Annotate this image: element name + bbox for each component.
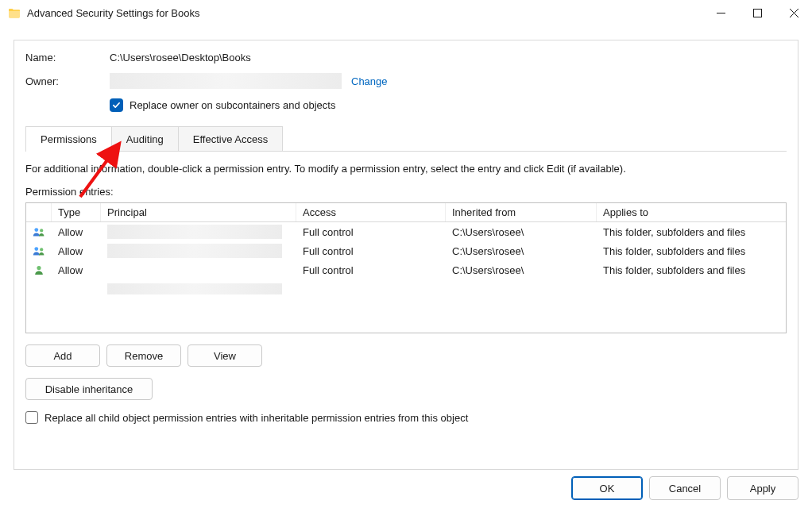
col-type[interactable]: Type: [52, 203, 101, 221]
svg-point-4: [34, 247, 38, 251]
tab-auditing-label: Auditing: [126, 133, 164, 145]
owner-row: Owner: Change: [25, 73, 787, 89]
tab-strip: Permissions Auditing Effective Access: [25, 126, 787, 152]
cell-type: Allow: [52, 222, 101, 241]
principal-icon: [26, 260, 52, 279]
folder-icon: [8, 7, 21, 20]
svg-rect-1: [753, 10, 761, 17]
add-button[interactable]: Add: [25, 344, 100, 367]
tab-permissions-label: Permissions: [41, 133, 97, 145]
permission-table[interactable]: Type Principal Access Inherited from App…: [25, 202, 787, 333]
principal-icon: [26, 222, 52, 241]
change-owner-link[interactable]: Change: [351, 75, 388, 87]
disable-inheritance-button[interactable]: Disable inheritance: [25, 378, 153, 400]
remove-button: Remove: [106, 344, 181, 367]
content-panel: Name: C:\Users\rosee\Desktop\Books Owner…: [14, 40, 798, 470]
dialog-footer: OK Cancel Apply: [571, 476, 798, 500]
cell-access: Full control: [296, 222, 446, 241]
cancel-button[interactable]: Cancel: [649, 476, 721, 500]
svg-point-3: [40, 229, 43, 232]
cell-type: Allow: [52, 260, 101, 279]
cell-access: Full control: [296, 260, 446, 279]
view-button: View: [188, 344, 262, 367]
table-row-spacer: [26, 279, 786, 298]
permission-entries-label: Permission entries:: [25, 186, 787, 198]
table-row[interactable]: AllowFull controlC:\Users\rosee\This fol…: [26, 260, 786, 279]
table-header: Type Principal Access Inherited from App…: [26, 203, 786, 222]
cell-inherited: C:\Users\rosee\: [446, 222, 597, 241]
close-button[interactable]: [775, 0, 812, 26]
cell-principal: [101, 260, 296, 279]
name-row: Name: C:\Users\rosee\Desktop\Books: [25, 52, 787, 64]
svg-rect-0: [717, 13, 725, 13]
owner-label: Owner:: [25, 75, 110, 87]
tab-effective-access[interactable]: Effective Access: [179, 126, 283, 151]
replace-owner-row[interactable]: Replace owner on subcontainers and objec…: [110, 98, 787, 112]
maximize-button[interactable]: [739, 0, 775, 26]
cell-applies: This folder, subfolders and files: [597, 241, 786, 260]
window-title: Advanced Security Settings for Books: [27, 7, 200, 19]
replace-child-label: Replace all child object permission entr…: [44, 412, 468, 424]
col-inherited[interactable]: Inherited from: [446, 203, 597, 221]
cell-inherited: C:\Users\rosee\: [446, 260, 597, 279]
replace-owner-label: Replace owner on subcontainers and objec…: [130, 99, 335, 111]
replace-child-checkbox[interactable]: [25, 411, 38, 424]
cell-principal: [101, 222, 296, 241]
title-bar: Advanced Security Settings for Books: [0, 0, 812, 26]
replace-owner-checkbox[interactable]: [110, 98, 123, 112]
principal-icon: [26, 241, 52, 260]
minimize-button[interactable]: [702, 0, 739, 26]
name-value: C:\Users\rosee\Desktop\Books: [110, 52, 251, 64]
table-row[interactable]: AllowFull controlC:\Users\rosee\This fol…: [26, 241, 786, 260]
col-access[interactable]: Access: [296, 203, 446, 221]
replace-child-row[interactable]: Replace all child object permission entr…: [25, 411, 787, 424]
col-principal[interactable]: Principal: [101, 203, 296, 221]
cell-access: Full control: [296, 241, 446, 260]
svg-point-6: [37, 266, 41, 270]
cell-principal: [101, 241, 296, 260]
name-label: Name:: [25, 52, 110, 64]
cell-applies: This folder, subfolders and files: [597, 222, 786, 241]
tab-permissions[interactable]: Permissions: [25, 126, 112, 151]
apply-button[interactable]: Apply: [727, 476, 798, 500]
table-row[interactable]: AllowFull controlC:\Users\rosee\This fol…: [26, 222, 786, 241]
tab-auditing[interactable]: Auditing: [112, 126, 179, 151]
svg-point-2: [34, 228, 38, 232]
tab-effective-access-label: Effective Access: [193, 133, 268, 145]
ok-button[interactable]: OK: [571, 476, 643, 500]
svg-point-5: [40, 248, 43, 251]
col-applies[interactable]: Applies to: [597, 203, 786, 221]
owner-value-redacted: [110, 73, 342, 89]
cell-type: Allow: [52, 241, 101, 260]
cell-inherited: C:\Users\rosee\: [446, 241, 597, 260]
hint-text: For additional information, double-click…: [25, 163, 787, 175]
cell-applies: This folder, subfolders and files: [597, 260, 786, 279]
